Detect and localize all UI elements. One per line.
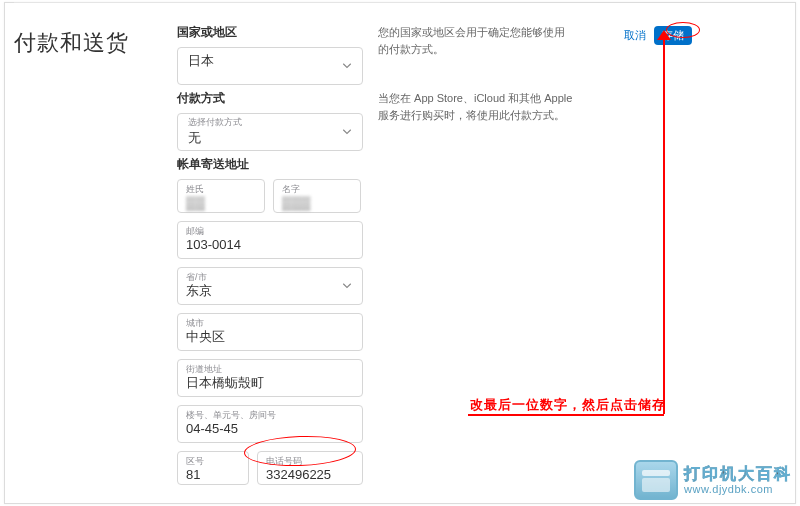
- chevron-down-icon: [342, 129, 352, 135]
- watermark-title: 打印机大百科: [684, 465, 792, 483]
- first-name-value: ▓▓▓: [282, 195, 352, 212]
- chevron-down-icon: [342, 283, 352, 289]
- annotation-arrow-head: [657, 30, 671, 40]
- unit-field[interactable]: 楼号、单元号、房间号 04-45-45: [177, 405, 363, 443]
- billing-section: 帐单寄送地址 姓氏 ▓▓ 名字 ▓▓▓ 邮编 103-0014 省/市 东京 城…: [177, 156, 363, 493]
- printer-icon: [634, 460, 678, 500]
- watermark-text: 打印机大百科 www.djydbk.com: [684, 465, 792, 495]
- billing-label: 帐单寄送地址: [177, 156, 363, 173]
- payment-section: 付款方式 选择付款方式 无: [177, 90, 363, 151]
- postal-value: 103-0014: [186, 237, 354, 254]
- area-code-label: 区号: [186, 456, 240, 467]
- annotation-arrow-vertical: [663, 36, 665, 414]
- country-value: 日本: [188, 53, 214, 68]
- chevron-down-icon: [342, 63, 352, 69]
- phone-field[interactable]: 电话号码 332496225: [257, 451, 363, 485]
- payment-inner-label: 选择付款方式: [188, 118, 336, 127]
- last-name-field[interactable]: 姓氏 ▓▓: [177, 179, 265, 213]
- street-field[interactable]: 街道地址 日本橋蛎殼町: [177, 359, 363, 397]
- cancel-button[interactable]: 取消: [622, 26, 648, 45]
- unit-value: 04-45-45: [186, 421, 354, 438]
- watermark: 打印机大百科 www.djydbk.com: [634, 460, 792, 500]
- unit-label: 楼号、单元号、房间号: [186, 410, 354, 421]
- annotation-text: 改最后一位数字，然后点击储存: [470, 396, 666, 414]
- city-value: 中央区: [186, 329, 354, 346]
- phone-value: 332496225: [266, 467, 354, 484]
- postal-field[interactable]: 邮编 103-0014: [177, 221, 363, 259]
- annotation-arrow-horizontal: [468, 414, 664, 416]
- street-label: 街道地址: [186, 364, 354, 375]
- prefecture-value: 东京: [186, 283, 354, 300]
- page-frame: [4, 2, 796, 504]
- prefecture-select[interactable]: 省/市 东京: [177, 267, 363, 305]
- country-help-text: 您的国家或地区会用于确定您能够使用的付款方式。: [378, 24, 568, 57]
- phone-label: 电话号码: [266, 456, 354, 467]
- country-section: 国家或地区 日本: [177, 24, 363, 85]
- last-name-label: 姓氏: [186, 184, 256, 195]
- watermark-url: www.djydbk.com: [684, 483, 792, 495]
- last-name-value: ▓▓: [186, 195, 256, 212]
- area-code-value: 81: [186, 467, 240, 484]
- city-field[interactable]: 城市 中央区: [177, 313, 363, 351]
- area-code-field[interactable]: 区号 81: [177, 451, 249, 485]
- payment-value: 无: [188, 130, 201, 145]
- country-label: 国家或地区: [177, 24, 363, 41]
- city-label: 城市: [186, 318, 354, 329]
- payment-label: 付款方式: [177, 90, 363, 107]
- payment-help-text: 当您在 App Store、iCloud 和其他 Apple 服务进行购买时，将…: [378, 90, 578, 123]
- page-title: 付款和送货: [14, 28, 129, 58]
- divider-top: [14, 2, 440, 3]
- postal-label: 邮编: [186, 226, 354, 237]
- first-name-field[interactable]: 名字 ▓▓▓: [273, 179, 361, 213]
- street-value: 日本橋蛎殼町: [186, 375, 354, 392]
- country-select[interactable]: 日本: [177, 47, 363, 85]
- payment-select[interactable]: 选择付款方式 无: [177, 113, 363, 151]
- first-name-label: 名字: [282, 184, 352, 195]
- prefecture-label: 省/市: [186, 272, 354, 283]
